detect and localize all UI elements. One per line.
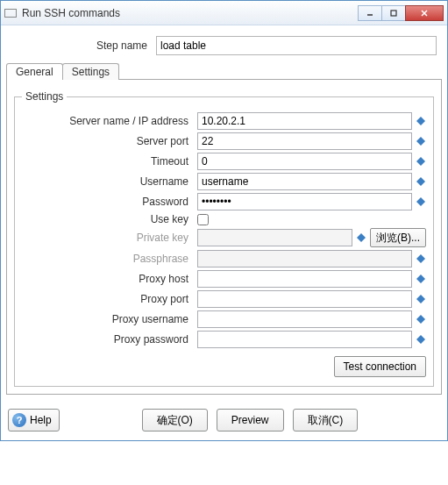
titlebar: Run SSH commands <box>1 1 447 25</box>
variable-icon[interactable] <box>416 176 426 187</box>
variable-icon[interactable] <box>416 136 426 146</box>
preview-button[interactable]: Preview <box>217 409 284 432</box>
use-key-label: Use key <box>22 213 197 225</box>
private-key-label: Private key <box>22 232 197 244</box>
proxy-username-input[interactable] <box>197 310 412 328</box>
svg-marker-10 <box>416 254 425 263</box>
svg-marker-7 <box>416 177 425 186</box>
tab-settings[interactable]: Settings <box>62 63 119 80</box>
passphrase-input[interactable] <box>197 250 412 267</box>
server-port-input[interactable] <box>197 132 412 150</box>
variable-icon[interactable] <box>416 274 426 284</box>
variable-icon[interactable] <box>416 294 426 304</box>
private-key-input[interactable] <box>197 229 352 246</box>
svg-marker-14 <box>416 335 425 344</box>
settings-legend: Settings <box>22 90 67 103</box>
passphrase-label: Passphrase <box>22 253 197 265</box>
svg-marker-5 <box>416 137 425 146</box>
cancel-button[interactable]: 取消(C) <box>293 409 359 432</box>
server-name-label: Server name / IP address <box>22 115 197 127</box>
step-name-input[interactable] <box>156 36 437 55</box>
username-label: Username <box>22 175 197 188</box>
svg-marker-13 <box>416 315 425 324</box>
variable-icon[interactable] <box>416 253 426 264</box>
variable-icon[interactable] <box>356 232 366 243</box>
password-input[interactable] <box>197 193 412 210</box>
minimize-button[interactable] <box>358 5 382 21</box>
ok-button[interactable]: 确定(O) <box>142 409 208 432</box>
svg-marker-4 <box>416 117 425 125</box>
tab-panel-general: Settings Server name / IP address Server… <box>6 79 442 395</box>
app-icon <box>4 9 17 18</box>
svg-marker-12 <box>416 295 425 303</box>
proxy-port-label: Proxy port <box>22 293 197 305</box>
svg-marker-6 <box>416 157 425 166</box>
variable-icon[interactable] <box>416 334 426 345</box>
help-icon: ? <box>12 413 26 427</box>
tab-general[interactable]: General <box>6 63 63 80</box>
variable-icon[interactable] <box>416 156 426 167</box>
variable-icon[interactable] <box>416 196 426 207</box>
server-name-input[interactable] <box>197 112 412 130</box>
proxy-password-input[interactable] <box>197 331 412 348</box>
password-label: Password <box>22 196 197 208</box>
help-button[interactable]: ? Help <box>8 409 60 432</box>
proxy-port-input[interactable] <box>197 290 412 308</box>
svg-marker-8 <box>416 197 425 206</box>
maximize-button[interactable] <box>381 5 406 21</box>
svg-marker-11 <box>416 275 425 283</box>
proxy-username-label: Proxy username <box>22 313 197 325</box>
use-key-checkbox[interactable] <box>197 214 209 225</box>
timeout-label: Timeout <box>22 155 197 168</box>
timeout-input[interactable] <box>197 153 412 170</box>
svg-rect-1 <box>391 11 396 16</box>
svg-marker-9 <box>357 233 366 242</box>
step-name-label: Step name <box>11 39 156 52</box>
settings-group: Settings Server name / IP address Server… <box>14 90 434 387</box>
variable-icon[interactable] <box>416 314 426 325</box>
server-port-label: Server port <box>22 135 197 147</box>
window-title: Run SSH commands <box>22 7 359 19</box>
username-input[interactable] <box>197 173 412 190</box>
variable-icon[interactable] <box>416 116 426 126</box>
help-label: Help <box>30 414 52 426</box>
test-connection-button[interactable]: Test connection <box>334 356 426 377</box>
close-button[interactable] <box>405 5 444 21</box>
dialog-window: Run SSH commands Step name General Setti… <box>0 0 448 441</box>
browse-button[interactable]: 浏览(B)... <box>370 228 426 247</box>
proxy-host-input[interactable] <box>197 270 412 288</box>
proxy-host-label: Proxy host <box>22 273 197 285</box>
proxy-password-label: Proxy password <box>22 333 197 346</box>
